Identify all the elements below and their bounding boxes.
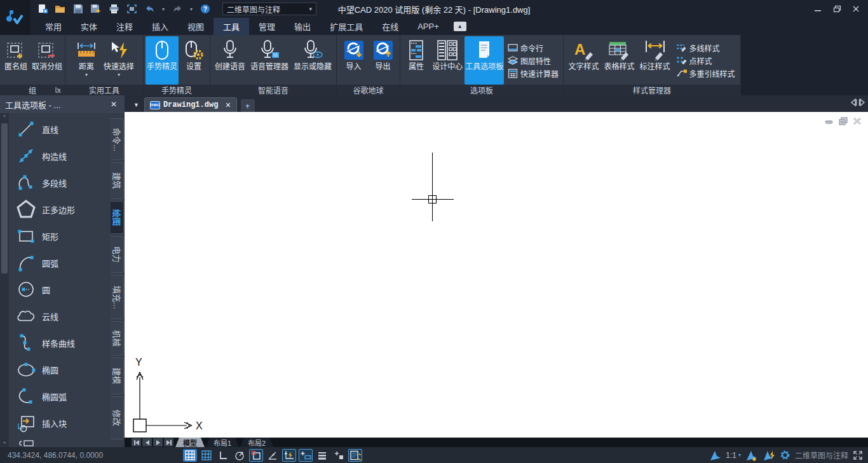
ortho-mode-toggle[interactable] [216,449,230,462]
distance-dropdown-caret[interactable]: ▾ [85,72,88,78]
import-button[interactable]: 导入 [340,36,368,85]
palette-item-ellipse-arc[interactable]: 椭圆弧 [9,383,111,410]
multileader-style-button[interactable]: 多重引线样式 [676,68,735,79]
print-button[interactable] [107,3,121,15]
palette-item-polygon[interactable]: 正多边形 [9,196,111,223]
close-button[interactable] [846,0,865,18]
tab-solid[interactable]: 实体 [71,18,107,35]
fullscreen-icon[interactable] [853,450,863,460]
auto-annotation-scale-icon[interactable] [763,450,775,461]
palette-item-arc[interactable]: 圆弧 [9,249,111,276]
doc-restore-icon[interactable] [839,117,848,125]
open-file-button[interactable] [53,3,67,15]
palette-item-insert-block[interactable]: 插入块 [9,410,111,436]
show-hide-voice-button[interactable]: 显示或隐藏 [292,36,334,85]
palette-item-line[interactable]: 直线 [9,116,111,142]
new-file-button[interactable] [36,3,50,15]
preview-button[interactable] [125,3,139,15]
palette-close-icon[interactable]: ✕ [108,100,119,109]
tab-tools[interactable]: 工具 [214,18,249,35]
minimize-button[interactable] [808,0,827,18]
undo-button[interactable] [142,3,156,15]
distance-button[interactable]: 距离 ▾ [72,36,100,85]
lineweight-toggle[interactable] [315,449,329,462]
object-snap-toggle[interactable] [249,449,263,462]
ribbon-collapse-button[interactable]: ▲ [454,22,466,31]
palette-item-revcloud[interactable]: 云线 [9,303,111,329]
palette-item-spline[interactable]: 样条曲线 [9,329,111,356]
tab-express[interactable]: 扩展工具 [320,18,372,35]
palette-tab-electric[interactable]: 电力 [111,236,124,273]
dynamic-input-toggle[interactable] [299,449,313,462]
gesture-genie-button[interactable]: 手势精灵 [146,36,179,85]
app-logo[interactable] [0,0,31,35]
palette-tab-draw[interactable]: 绘图 [111,201,124,234]
palette-tab-modify[interactable]: 修改 [111,396,124,439]
properties-button[interactable]: 属性 [402,36,430,85]
gesture-settings-button[interactable]: 设置 [180,36,208,85]
selection-cycling-toggle[interactable] [332,449,346,462]
doc-tab-dropdown-icon[interactable]: ▼ [133,102,139,108]
tab-annotate[interactable]: 注释 [107,18,142,35]
scroll-tabs-right-icon[interactable] [858,98,865,107]
prev-layout-button[interactable] [142,438,152,446]
annotation-scale-control[interactable]: 1:1 ▾ [726,451,741,460]
help-button[interactable]: ? [198,3,212,15]
tab-view[interactable]: 视图 [178,18,214,35]
scroll-down-icon[interactable]: ⌄ [2,437,7,446]
palette-item-polyline[interactable]: 多段线 [9,169,111,196]
layout-tab-layout1[interactable]: 布局1 [206,438,239,447]
quick-select-button[interactable]: 快速选择 ▾ [102,36,136,85]
snap-angle-toggle[interactable] [266,449,280,462]
layout-tab-model[interactable]: 模型 [175,438,205,447]
layout-tab-layout2[interactable]: 布局2 [240,438,273,447]
tab-home[interactable]: 常用 [36,18,71,35]
redo-button[interactable] [170,3,184,15]
text-style-button[interactable]: A 文字样式 [566,36,600,85]
annotation-monitor-toggle[interactable] [348,449,362,462]
palette-item-rectangle[interactable]: 矩形 [9,223,111,249]
scrollbar-thumb[interactable] [1,123,8,273]
command-line-button[interactable]: 命令行 [508,43,559,53]
tool-palette-titlebar[interactable]: 工具选项板 - ... ✕ [0,95,125,113]
palette-tab-command[interactable]: 命令... [111,118,124,160]
new-document-tab-button[interactable]: + [241,99,255,112]
last-layout-button[interactable] [164,438,173,446]
polar-tracking-toggle[interactable] [233,449,247,462]
table-style-button[interactable]: 表格样式 [602,36,636,85]
quick-select-dropdown-caret[interactable]: ▾ [118,72,120,78]
ungroup-button[interactable]: 取消分组 [31,36,63,85]
save-as-button[interactable] [89,3,103,15]
drawing-canvas[interactable]: Y X [125,112,868,438]
palette-scrollbar[interactable]: ⌃ ⌄ [0,113,9,447]
dimension-style-button[interactable]: 标注样式 [638,36,672,85]
multiline-style-button[interactable]: 多线样式 [676,43,735,53]
settings-gear-icon[interactable] [780,450,790,460]
doc-close-icon[interactable] [853,117,862,125]
point-style-button[interactable]: 点样式 [676,55,735,66]
palette-tab-mechanical[interactable]: 机械 [111,321,124,356]
palette-item-circle[interactable]: 圆 [9,276,111,303]
scroll-tabs-left-icon[interactable] [850,98,857,107]
tool-palettes-button[interactable]: 工具选项板 [465,36,504,85]
grid-display-toggle[interactable] [183,449,197,462]
next-layout-button[interactable] [153,438,163,446]
restore-button[interactable] [827,0,846,18]
palette-item-ellipse[interactable]: 椭圆 [9,356,111,383]
design-center-button[interactable]: 设计中心 [431,36,463,85]
scroll-up-icon[interactable]: ⌃ [2,113,7,122]
palette-tab-modeling[interactable]: 建模 [111,357,124,394]
doc-minimize-icon[interactable] [825,117,834,125]
quick-calculator-button[interactable]: 快速计算器 [508,68,559,79]
redo-dropdown[interactable]: ▾ [188,6,194,12]
palette-tab-hatch[interactable]: 填充... [111,275,124,319]
tab-online[interactable]: 在线 [372,18,408,35]
osnap-tracking-toggle[interactable] [282,449,296,462]
first-layout-button[interactable] [132,438,141,446]
document-tab-close-icon[interactable]: ✕ [225,101,231,109]
annotation-visibility-icon[interactable] [745,450,758,461]
export-button[interactable]: 导出 [369,36,397,85]
tab-app-plus[interactable]: APP+ [408,18,449,35]
create-voice-button[interactable]: 创建语音 [213,36,247,85]
tab-output[interactable]: 输出 [285,18,320,35]
